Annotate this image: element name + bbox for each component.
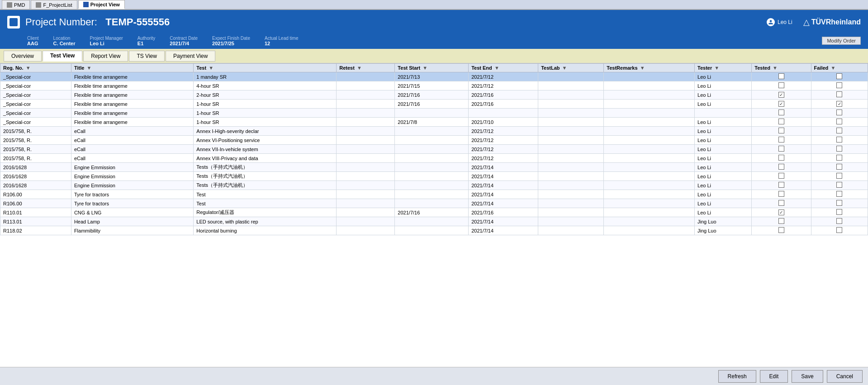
col-test-end[interactable]: Test End ▼ [469, 64, 538, 72]
cell-failed[interactable] [811, 226, 868, 235]
tested-checkbox[interactable] [778, 155, 784, 161]
cell-failed[interactable] [811, 199, 868, 208]
tested-checkbox[interactable] [778, 209, 784, 215]
cell-failed[interactable] [811, 145, 868, 154]
cell-tested[interactable] [752, 109, 811, 118]
cell-tested[interactable] [752, 190, 811, 199]
tested-checkbox[interactable] [778, 128, 784, 133]
table-row[interactable]: _Special-corFlexible time arrangeme1 man… [0, 72, 868, 81]
col-reg-no[interactable]: Reg. No. ▼ [0, 64, 71, 72]
failed-checkbox[interactable] [836, 137, 842, 143]
cell-failed[interactable] [811, 217, 868, 226]
cell-tested[interactable] [752, 163, 811, 172]
failed-checkbox[interactable] [836, 227, 842, 233]
col-tested[interactable]: Tested ▼ [752, 64, 811, 72]
cell-tested[interactable] [752, 172, 811, 181]
failed-checkbox[interactable] [836, 146, 842, 152]
failed-checkbox[interactable] [836, 91, 842, 97]
failed-checkbox[interactable] [836, 73, 842, 79]
cell-failed[interactable] [811, 109, 868, 118]
cell-failed[interactable] [811, 154, 868, 163]
failed-checkbox[interactable] [836, 164, 842, 170]
table-row[interactable]: 2015/758, R.eCallAnnex VIII-Privacy and … [0, 154, 868, 163]
col-failed[interactable]: Failed ▼ [811, 64, 868, 72]
failed-checkbox[interactable] [836, 128, 842, 133]
tested-checkbox[interactable] [778, 101, 784, 107]
cell-tested[interactable] [752, 118, 811, 127]
cell-failed[interactable] [811, 208, 868, 217]
tab-ts-view[interactable]: TS View [129, 51, 164, 62]
cell-tested[interactable] [752, 145, 811, 154]
table-row[interactable]: _Special-corFlexible time arrangeme2-hou… [0, 90, 868, 100]
table-row[interactable]: 2015/758, R.eCallAnnex VII-In-vehicle sy… [0, 145, 868, 154]
cell-failed[interactable] [811, 172, 868, 181]
failed-checkbox[interactable] [836, 218, 842, 224]
cell-tested[interactable] [752, 208, 811, 217]
table-row[interactable]: R118.02FlammibilityHorizontal burning202… [0, 226, 868, 235]
cell-failed[interactable] [811, 81, 868, 90]
tab-test-view[interactable]: Test View [43, 51, 82, 62]
tested-checkbox[interactable] [778, 109, 784, 115]
cell-tested[interactable] [752, 154, 811, 163]
tab-report-view[interactable]: Report View [83, 51, 128, 62]
failed-checkbox[interactable] [836, 119, 842, 124]
tab-f-projectlist[interactable]: F_ProjectList [31, 0, 77, 9]
cell-tested[interactable] [752, 72, 811, 81]
tested-checkbox[interactable] [778, 164, 784, 170]
col-test-start[interactable]: Test Start ▼ [395, 64, 469, 72]
cell-tested[interactable] [752, 136, 811, 145]
table-row[interactable]: R113.01Head LampLED source, with plastic… [0, 217, 868, 226]
failed-checkbox[interactable] [836, 82, 842, 88]
failed-checkbox[interactable] [836, 182, 842, 188]
edit-button[interactable]: Edit [760, 370, 788, 383]
save-button[interactable]: Save [792, 370, 823, 383]
tab-project-view[interactable]: Project View [78, 0, 125, 9]
cell-failed[interactable] [811, 90, 868, 100]
cell-tested[interactable] [752, 100, 811, 109]
table-row[interactable]: R106.00Tyre for tractorsTest2021/7/14Leo… [0, 199, 868, 208]
modify-order-button[interactable]: Modify Order [822, 37, 861, 45]
cell-failed[interactable] [811, 127, 868, 136]
tab-overview[interactable]: Overview [4, 51, 42, 62]
table-row[interactable]: 2015/758, R.eCallAnnex VI-Positioning se… [0, 136, 868, 145]
table-row[interactable]: R106.00Tyre for tractorsTest2021/7/14Leo… [0, 190, 868, 199]
tested-checkbox[interactable] [778, 227, 784, 233]
cell-tested[interactable] [752, 127, 811, 136]
refresh-button[interactable]: Refresh [718, 370, 756, 383]
cell-failed[interactable] [811, 181, 868, 190]
tested-checkbox[interactable] [778, 82, 784, 88]
tab-payment-view[interactable]: Payment View [166, 51, 215, 62]
failed-checkbox[interactable] [836, 209, 842, 215]
cell-failed[interactable] [811, 163, 868, 172]
table-row[interactable]: 2016/1628Engine EmmissionTests（手持式汽油机）20… [0, 163, 868, 172]
cell-tested[interactable] [752, 81, 811, 90]
tested-checkbox[interactable] [778, 73, 784, 79]
cell-tested[interactable] [752, 90, 811, 100]
cell-tested[interactable] [752, 199, 811, 208]
table-row[interactable]: _Special-corFlexible time arrangeme1-hou… [0, 109, 868, 118]
col-title[interactable]: Title ▼ [71, 64, 193, 72]
failed-checkbox[interactable] [836, 173, 842, 179]
col-retest[interactable]: Retest ▼ [337, 64, 395, 72]
tested-checkbox[interactable] [778, 146, 784, 152]
tested-checkbox[interactable] [778, 137, 784, 143]
cell-failed[interactable] [811, 136, 868, 145]
col-testlab[interactable]: TestLab ▼ [538, 64, 604, 72]
table-row[interactable]: _Special-corFlexible time arrangeme4-hou… [0, 81, 868, 90]
cell-tested[interactable] [752, 181, 811, 190]
tested-checkbox[interactable] [778, 92, 784, 98]
cell-failed[interactable] [811, 118, 868, 127]
table-row[interactable]: _Special-corFlexible time arrangeme1-hou… [0, 118, 868, 127]
tested-checkbox[interactable] [778, 119, 784, 124]
cell-tested[interactable] [752, 226, 811, 235]
table-row[interactable]: 2016/1628Engine EmmissionTests（手持式汽油机）20… [0, 181, 868, 190]
cell-failed[interactable] [811, 72, 868, 81]
cell-failed[interactable] [811, 190, 868, 199]
failed-checkbox[interactable] [836, 200, 842, 206]
failed-checkbox[interactable] [836, 155, 842, 161]
failed-checkbox[interactable] [836, 191, 842, 197]
col-test[interactable]: Test ▼ [194, 64, 337, 72]
failed-checkbox[interactable] [836, 101, 842, 107]
cancel-button[interactable]: Cancel [827, 370, 863, 383]
table-row[interactable]: _Special-corFlexible time arrangeme1-hou… [0, 100, 868, 109]
